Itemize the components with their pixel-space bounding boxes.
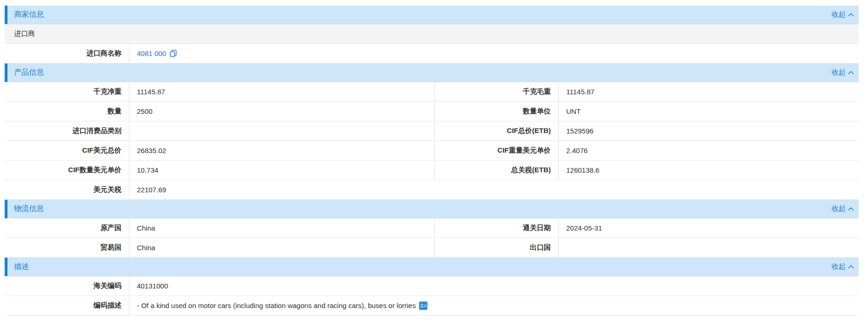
- table-row: 进口商名称4081 000: [5, 44, 859, 63]
- table-row: 数量2500数量单位UNT: [5, 102, 859, 121]
- collapse-label: 收起: [832, 262, 846, 271]
- field-value-text: 11145.87: [566, 88, 594, 96]
- field-label: 进口商名称: [5, 44, 129, 63]
- field-value-text: - Of a kind used on motor cars (includin…: [137, 302, 416, 309]
- section-header: 产品信息收起: [5, 63, 859, 82]
- field-label: CIF数量美元单价: [5, 161, 129, 180]
- field-label: CIF总价(ETB): [435, 121, 559, 140]
- field-label: 海关编码: [5, 276, 129, 295]
- field-value: 10.734: [129, 161, 435, 180]
- field-label: 贸易国: [5, 238, 129, 257]
- field-value-text: 1529596: [566, 127, 593, 135]
- section: 物流信息收起原产国China通关日期2024-05-31贸易国China出口国: [5, 200, 859, 258]
- field-value: [559, 238, 859, 257]
- table-row: 贸易国China出口国: [5, 238, 859, 258]
- field-label: 千克毛重: [435, 82, 559, 101]
- subheader-row: 进口商: [5, 24, 859, 44]
- field-label: 进口消费品类别: [5, 121, 129, 140]
- collapse-label: 收起: [832, 10, 846, 19]
- field-value: 40131000: [129, 276, 859, 295]
- field-value: [129, 121, 435, 140]
- section-title: 产品信息: [14, 68, 44, 77]
- table-row: 原产国China通关日期2024-05-31: [5, 218, 859, 238]
- section-title: 商家信息: [14, 10, 44, 20]
- section: 产品信息收起千克净重11145.87千克毛重11145.87数量2500数量单位…: [5, 63, 859, 200]
- field-label: 通关日期: [435, 218, 559, 238]
- collapse-button[interactable]: 收起: [832, 262, 854, 271]
- chevron-up-icon: [848, 13, 854, 17]
- section-title: 物流信息: [14, 204, 44, 214]
- table-row: CIF数量美元单价10.734总关税(ETB)1260138.6: [5, 161, 859, 180]
- section: 描述收起海关编码40131000编码描述- Of a kind used on …: [5, 258, 859, 316]
- chevron-up-icon: [848, 265, 854, 269]
- subheader-label: 进口商: [14, 29, 35, 38]
- field-value: UNT: [559, 102, 859, 121]
- table-row: CIF美元总价26835.02CIF重量美元单价2.4076: [5, 141, 859, 161]
- field-value-text: 1260138.6: [566, 166, 599, 174]
- field-value-text: 40131000: [137, 282, 168, 290]
- field-label: CIF重量美元单价: [435, 141, 559, 160]
- field-value-text: 2.4076: [566, 147, 588, 154]
- field-value: 26835.02: [129, 141, 435, 160]
- table-row: 进口消费品类别CIF总价(ETB)1529596: [5, 121, 859, 141]
- copy-icon[interactable]: [170, 49, 177, 57]
- page: 商家信息收起进口商进口商名称4081 000产品信息收起千克净重11145.87…: [0, 0, 868, 316]
- translate-icon[interactable]: 文A: [419, 302, 427, 310]
- collapse-button[interactable]: 收起: [832, 68, 854, 77]
- field-value-text: UNT: [566, 107, 581, 115]
- collapse-label: 收起: [832, 204, 846, 213]
- importer-link[interactable]: 4081 000: [137, 49, 166, 57]
- collapse-button[interactable]: 收起: [832, 10, 854, 19]
- field-label: 数量: [5, 102, 129, 121]
- field-value: China: [129, 238, 435, 257]
- field-value-text: 10.734: [137, 166, 158, 174]
- field-label: 千克净重: [5, 82, 129, 101]
- table-row: 千克净重11145.87千克毛重11145.87: [5, 82, 859, 102]
- field-value: 2024-05-31: [559, 218, 859, 238]
- field-value: 11145.87: [559, 82, 859, 101]
- field-value: 4081 000: [129, 44, 859, 63]
- chevron-up-icon: [848, 70, 854, 75]
- table-row: 美元关税22107.69: [5, 180, 859, 200]
- field-value-text: China: [137, 224, 155, 232]
- field-value: 2.4076: [559, 141, 859, 160]
- field-label: 总关税(ETB): [435, 161, 559, 180]
- field-value-text: 26835.02: [137, 147, 166, 154]
- field-label: 编码描述: [5, 296, 129, 315]
- table-row: 海关编码40131000: [5, 276, 859, 296]
- section-header: 描述收起: [5, 258, 859, 276]
- field-value: 11145.87: [129, 82, 435, 101]
- field-value-text: China: [137, 244, 155, 252]
- section-title: 描述: [14, 262, 29, 272]
- field-label: CIF美元总价: [5, 141, 129, 160]
- field-value: - Of a kind used on motor cars (includin…: [129, 296, 859, 315]
- section-header: 物流信息收起: [5, 200, 859, 218]
- collapse-label: 收起: [832, 68, 846, 77]
- section: 商家信息收起进口商进口商名称4081 000: [5, 6, 859, 63]
- field-value: 1529596: [559, 121, 859, 140]
- table-row: 编码描述- Of a kind used on motor cars (incl…: [5, 296, 859, 316]
- collapse-button[interactable]: 收起: [832, 204, 854, 213]
- field-value-text: 2500: [137, 107, 152, 115]
- field-label: 出口国: [435, 238, 559, 257]
- field-label: 原产国: [5, 218, 129, 238]
- field-value-text: 11145.87: [137, 88, 165, 96]
- chevron-up-icon: [848, 207, 854, 211]
- field-value: 2500: [129, 102, 435, 121]
- field-value: 22107.69: [129, 180, 859, 199]
- field-value-text: 22107.69: [137, 186, 166, 194]
- field-value-text: 2024-05-31: [566, 224, 602, 232]
- field-label: 美元关税: [5, 180, 129, 199]
- field-value: 1260138.6: [559, 161, 859, 180]
- section-header: 商家信息收起: [5, 6, 859, 24]
- field-value: China: [129, 218, 435, 238]
- field-label: 数量单位: [435, 102, 559, 121]
